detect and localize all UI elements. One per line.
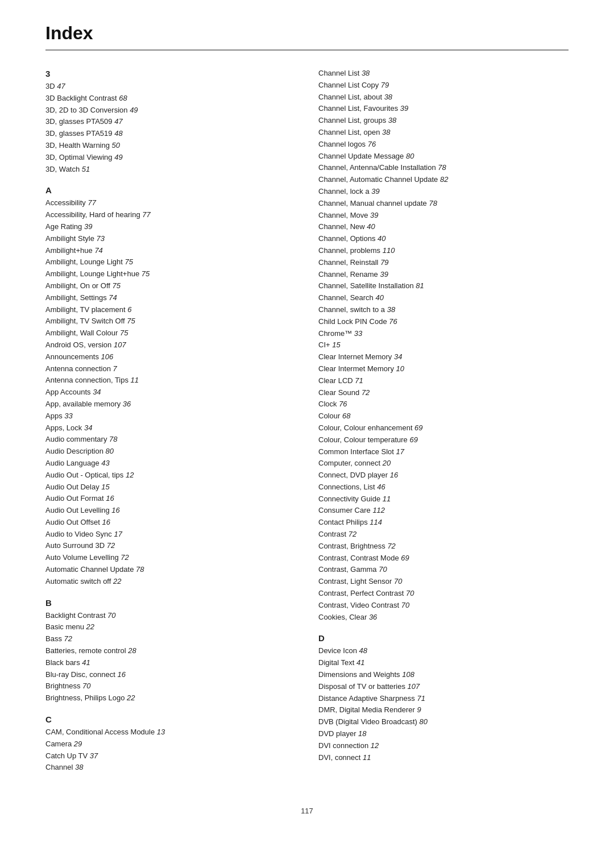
entry-text: DVD player xyxy=(318,729,358,738)
index-entry: 3D, Watch 51 xyxy=(45,164,296,176)
index-entry: Ambilight+hue 74 xyxy=(45,245,296,257)
entry-page: 18 xyxy=(358,729,366,738)
entry-text: Channel, Rename xyxy=(318,270,380,279)
entry-page: 74 xyxy=(94,246,102,255)
entry-page: 39 xyxy=(370,211,378,219)
entry-text: Ambilight, Settings xyxy=(45,293,109,302)
index-entry: Channel, problems 110 xyxy=(318,245,569,257)
entry-page: 79 xyxy=(381,81,389,89)
entry-page: 73 xyxy=(97,234,105,243)
index-entry: Clear Internet Memory 34 xyxy=(318,351,569,363)
index-entry: Bass 72 xyxy=(45,633,296,645)
index-entry: Channel, Satellite Installation 81 xyxy=(318,280,569,292)
entry-page: 71 xyxy=(355,376,363,385)
entry-page: 40 xyxy=(375,293,383,302)
entry-text: Colour xyxy=(318,412,342,420)
entry-page: 51 xyxy=(82,165,90,173)
section-letter: 3 xyxy=(45,69,296,78)
index-entry: Audio to Video Sync 17 xyxy=(45,529,296,541)
entry-text: Contrast, Video Contrast xyxy=(318,601,401,609)
index-entry: DVD player 18 xyxy=(318,728,569,740)
entry-text: Channel, Automatic Channel Update xyxy=(318,175,440,184)
index-section: CCAM, Conditional Access Module 13Camera… xyxy=(45,715,296,774)
entry-page: 76 xyxy=(339,400,347,408)
index-entry: Ambilight, On or Off 75 xyxy=(45,280,296,292)
entry-text: Child Lock PIN Code xyxy=(318,317,389,326)
index-entry: 3D 47 xyxy=(45,81,296,93)
entry-page: 75 xyxy=(142,269,150,278)
index-entry: Channel, Manual channel update 78 xyxy=(318,198,569,210)
entry-page: 70 xyxy=(406,589,414,597)
entry-text: Channel, problems xyxy=(318,246,383,255)
entry-text: Ambilight, Lounge Light+hue xyxy=(45,269,142,278)
index-section: AAccessibility 77Accessibility, Hard of … xyxy=(45,185,296,587)
index-entry: Batteries, remote control 28 xyxy=(45,645,296,657)
index-entry: Contrast, Perfect Contrast 70 xyxy=(318,588,569,600)
entry-page: 71 xyxy=(417,694,425,703)
entry-page: 15 xyxy=(101,483,109,491)
section-letter: A xyxy=(45,185,296,195)
entry-text: Channel, Search xyxy=(318,293,375,302)
entry-text: Audio Out Levelling xyxy=(45,506,111,514)
index-entry: Computer, connect 20 xyxy=(318,458,569,470)
entry-text: Age Rating xyxy=(45,222,84,231)
entry-page: 72 xyxy=(387,542,395,550)
entry-page: 37 xyxy=(90,751,98,760)
index-entry: Backlight Contrast 70 xyxy=(45,610,296,622)
index-entry: Blu-ray Disc, connect 16 xyxy=(45,669,296,681)
index-entry: Automatic switch off 22 xyxy=(45,576,296,588)
index-section: Channel List 38Channel List Copy 79Chann… xyxy=(318,68,569,623)
entry-page: 75 xyxy=(125,258,132,266)
entry-text: Colour, Colour temperature xyxy=(318,435,409,444)
entry-page: 78 xyxy=(109,435,117,443)
index-entry: Contrast 72 xyxy=(318,529,569,541)
index-entry: Antenna connection 7 xyxy=(45,363,296,375)
entry-text: Ambilight Style xyxy=(45,234,97,243)
entry-text: Common Interface Slot xyxy=(318,447,396,456)
entry-text: Consumer Care xyxy=(318,506,372,514)
entry-text: Apps xyxy=(45,412,64,420)
index-entry: Clear LCD 71 xyxy=(318,375,569,387)
index-entry: Colour, Colour temperature 69 xyxy=(318,434,569,446)
entry-page: 46 xyxy=(377,483,385,491)
index-entry: Colour 68 xyxy=(318,410,569,422)
index-section: DDevice Icon 48Digital Text 41Dimensions… xyxy=(318,633,569,763)
entry-page: 77 xyxy=(88,198,96,207)
entry-text: DVI, connect xyxy=(318,753,363,762)
entry-text: Channel, New xyxy=(318,222,367,231)
index-entry: Clear Sound 72 xyxy=(318,387,569,399)
index-entry: Audio Out - Optical, tips 12 xyxy=(45,470,296,481)
index-entry: Channel, switch to a 38 xyxy=(318,304,569,316)
page-number: 117 xyxy=(45,807,569,815)
entry-text: Channel List, open xyxy=(318,128,382,136)
index-entry: Contrast, Light Sensor 70 xyxy=(318,576,569,588)
entry-page: 69 xyxy=(409,435,417,444)
index-entry: Child Lock PIN Code 76 xyxy=(318,316,569,328)
entry-text: Audio Out - Optical, tips xyxy=(45,471,126,479)
entry-page: 70 xyxy=(379,565,387,574)
entry-page: 22 xyxy=(86,622,94,631)
section-letter: B xyxy=(45,598,296,608)
entry-page: 78 xyxy=(429,199,437,207)
entry-page: 28 xyxy=(128,646,136,655)
index-entry: DVI, connect 11 xyxy=(318,752,569,764)
entry-text: Audio Language xyxy=(45,459,101,467)
entry-page: 114 xyxy=(370,518,382,526)
entry-text: Camera xyxy=(45,740,74,748)
entry-page: 16 xyxy=(106,494,114,502)
entry-page: 48 xyxy=(114,129,122,138)
right-column: Channel List 38Channel List Copy 79Chann… xyxy=(318,68,569,774)
entry-text: 3D, Optimal Viewing xyxy=(45,153,114,161)
entry-text: Contrast xyxy=(318,530,349,538)
entry-page: 72 xyxy=(349,530,356,538)
index-entry: Dimensions and Weights 108 xyxy=(318,669,569,681)
index-entry: App Accounts 34 xyxy=(45,387,296,398)
entry-text: Clear Intermet Memory xyxy=(318,364,396,373)
entry-text: Audio commentary xyxy=(45,435,109,443)
entry-text: Channel, lock a xyxy=(318,187,371,196)
entry-text: 3D Backlight Contrast xyxy=(45,94,119,102)
index-entry: Apps 33 xyxy=(45,410,296,422)
entry-page: 75 xyxy=(127,317,135,325)
index-entry: Channel, Automatic Channel Update 82 xyxy=(318,174,569,186)
index-entry: Consumer Care 112 xyxy=(318,505,569,517)
